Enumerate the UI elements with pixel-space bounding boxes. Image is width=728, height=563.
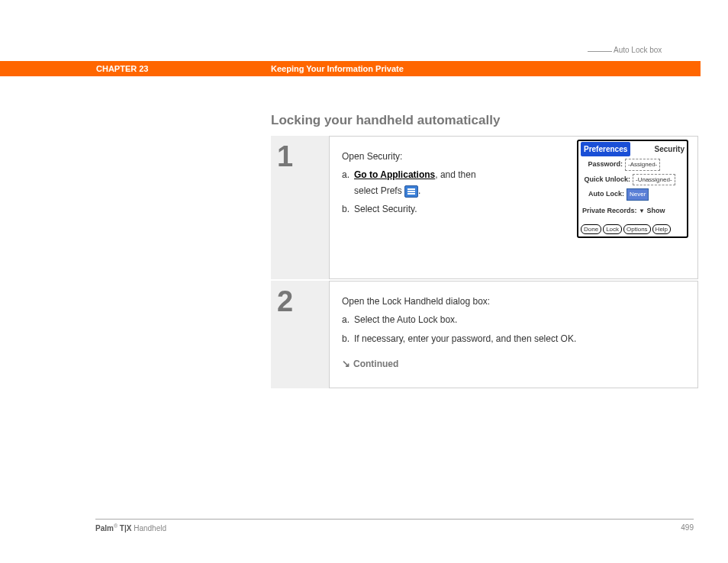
quick-unlock-box: -Unassigned- xyxy=(633,174,675,186)
palm-screenshot: Preferences Security Password: -Assigned… xyxy=(577,140,688,238)
step-2-b: b.If necessary, enter your password, and… xyxy=(342,331,685,346)
steps-container: 1 Open Security: a.Go to Applications, a… xyxy=(271,136,698,390)
step-number: 2 xyxy=(271,281,329,388)
continued-arrow-icon: ↘ xyxy=(342,355,350,372)
prefs-icon xyxy=(404,185,418,198)
footer: Palm® T|X Handheld 499 xyxy=(95,523,694,532)
step-2-intro: Open the Lock Handheld dialog box: xyxy=(342,294,685,309)
step-1-a: a.Go to Applications, and then select Pr… xyxy=(342,167,502,198)
footer-divider xyxy=(95,519,694,520)
help-button: Help xyxy=(652,224,671,234)
step-2: 2 Open the Lock Handheld dialog box: a.S… xyxy=(271,281,698,390)
auto-lock-box: Never xyxy=(627,188,649,201)
footer-brand: Palm® T|X Handheld xyxy=(95,523,166,532)
step-number: 1 xyxy=(271,136,329,279)
header-bar: CHAPTER 23 Keeping Your Information Priv… xyxy=(0,61,701,76)
step-1-intro: Open Security: xyxy=(342,149,502,164)
chapter-label: CHAPTER 23 xyxy=(96,64,148,73)
callout-line xyxy=(588,51,612,52)
step-2-a: a.Select the Auto Lock box. xyxy=(342,312,685,327)
palm-title: Preferences xyxy=(581,142,630,156)
topic-label: Keeping Your Information Private xyxy=(271,64,404,73)
palm-category: Security xyxy=(655,143,685,156)
done-button: Done xyxy=(581,224,601,234)
dropdown-icon: ▼ xyxy=(639,208,645,214)
password-box: -Assigned- xyxy=(625,159,660,171)
page-heading: Locking your handheld automatically xyxy=(271,113,500,128)
lock-button: Lock xyxy=(603,224,622,234)
step-1-b: b.Select Security. xyxy=(342,201,502,217)
step-1: 1 Open Security: a.Go to Applications, a… xyxy=(271,136,698,281)
step-2-body: Open the Lock Handheld dialog box: a.Sel… xyxy=(329,281,698,388)
continued-marker: ↘Continued xyxy=(342,355,685,372)
callout-label: Auto Lock box xyxy=(614,46,662,54)
applications-link[interactable]: Go to Applications xyxy=(354,169,435,180)
page-number: 499 xyxy=(681,523,694,532)
options-button: Options xyxy=(623,224,651,234)
step-1-body: Open Security: a.Go to Applications, and… xyxy=(329,136,698,279)
